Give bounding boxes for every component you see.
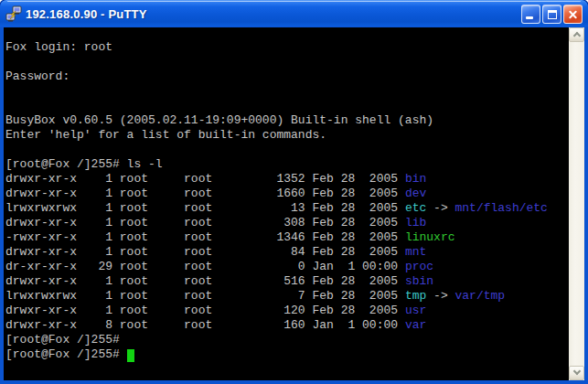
terminal-text-segment: lrwxrwxrwx 1 root root 7 Feb 28 2005 (5, 289, 405, 303)
terminal-text-segment: Fox login: root (5, 40, 112, 54)
terminal-text-segment: mnt (405, 245, 426, 259)
close-icon (564, 5, 582, 23)
terminal-text-segment: var/tmp (455, 289, 506, 303)
terminal-text-segment: -> (426, 201, 454, 215)
terminal-line: drwxr-xr-x 1 root root 1660 Feb 28 2005 … (5, 187, 569, 201)
terminal-text-segment: sbin (405, 274, 433, 288)
terminal-text-segment: tmp (405, 289, 426, 303)
terminal-line: drwxr-xr-x 1 root root 516 Feb 28 2005 s… (5, 274, 569, 289)
putty-window: 192.168.0.90 - PuTTY Fox login: root Pas… (0, 0, 588, 384)
scroll-up-button[interactable] (569, 27, 584, 42)
terminal-text-segment: Enter 'help' for a list of built-in comm… (5, 128, 326, 142)
terminal-line: dr-xr-xr-x 29 root root 0 Jan 1 00:00 pr… (5, 260, 569, 274)
terminal-text-segment: drwxr-xr-x 1 root root 308 Feb 28 2005 (5, 216, 405, 229)
window-controls (521, 5, 583, 24)
terminal-text-segment: usr (405, 304, 426, 317)
terminal-text-segment: proc (405, 260, 433, 273)
terminal-area: Fox login: root Password: BusyBox v0.60.… (4, 27, 584, 380)
terminal-line: lrwxrwxrwx 1 root root 13 Feb 28 2005 et… (5, 201, 569, 216)
terminal-line: [root@Fox /]255# (5, 333, 569, 347)
terminal-line (5, 99, 569, 113)
putty-app-icon[interactable] (5, 5, 22, 22)
terminal-text-segment: drwxr-xr-x 1 root root 516 Feb 28 2005 (5, 274, 405, 288)
putty-terminal-icon (5, 5, 22, 22)
terminal-text-segment: mnt/flash/etc (455, 201, 548, 215)
terminal-line: -rwxr-xr-x 1 root root 1346 Feb 28 2005 … (5, 230, 569, 245)
terminal-line: Fox login: root (5, 40, 569, 55)
terminal-line: [root@Fox /]255# ls -l (5, 157, 569, 172)
terminal-text-segment: [root@Fox /]255# (5, 333, 120, 347)
terminal-text-segment: drwxr-xr-x 1 root root 1660 Feb 28 2005 (5, 187, 405, 200)
terminal-line: drwxr-xr-x 1 root root 308 Feb 28 2005 l… (5, 216, 569, 230)
titlebar[interactable]: 192.168.0.90 - PuTTY (0, 0, 588, 27)
terminal-text-segment: Password: (5, 69, 69, 83)
terminal-line: lrwxrwxrwx 1 root root 7 Feb 28 2005 tmp… (5, 289, 569, 304)
scroll-down-button[interactable] (569, 366, 584, 380)
maximize-button[interactable] (542, 5, 561, 24)
minimize-button[interactable] (521, 5, 540, 24)
terminal-line (5, 55, 569, 69)
terminal-line: drwxr-xr-x 8 root root 160 Jan 1 00:00 v… (5, 318, 569, 333)
terminal-line: Enter 'help' for a list of built-in comm… (5, 128, 569, 143)
terminal-text-segment: BusyBox v0.60.5 (2005.02.11-19:09+0000) … (5, 113, 433, 127)
terminal-text-segment: [root@Fox /]255# ls -l (5, 157, 163, 171)
terminal-line: BusyBox v0.60.5 (2005.02.11-19:09+0000) … (5, 113, 569, 128)
terminal-cursor (127, 349, 134, 362)
chevron-up-icon (572, 32, 580, 39)
scrollbar-track[interactable] (569, 42, 584, 366)
terminal-text-segment: -> (426, 289, 454, 303)
maximize-icon (548, 10, 557, 19)
terminal-text-segment: lib (405, 216, 426, 229)
terminal-line: drwxr-xr-x 1 root root 120 Feb 28 2005 u… (5, 304, 569, 318)
terminal-text-segment: dev (405, 187, 426, 200)
scrollbar[interactable] (569, 27, 584, 380)
terminal-text-segment: dr-xr-xr-x 29 root root 0 Jan 1 00:00 (5, 260, 405, 273)
chevron-down-icon (572, 368, 580, 375)
terminal-line: Password: (5, 69, 569, 84)
terminal-text-segment: var (405, 318, 426, 332)
terminal-text-segment: linuxrc (405, 230, 455, 244)
terminal-text-segment: -rwxr-xr-x 1 root root 1346 Feb 28 2005 (5, 230, 405, 244)
terminal-text-segment: bin (405, 172, 426, 186)
terminal-text-segment: drwxr-xr-x 1 root root 1352 Feb 28 2005 (5, 172, 405, 186)
terminal-line: [root@Fox /]255# (5, 347, 569, 362)
terminal-line (5, 84, 569, 99)
terminal-line: drwxr-xr-x 1 root root 1352 Feb 28 2005 … (5, 172, 569, 187)
window-title: 192.168.0.90 - PuTTY (26, 7, 521, 21)
terminal-text-segment: drwxr-xr-x 1 root root 84 Feb 28 2005 (5, 245, 405, 259)
close-button[interactable] (563, 5, 583, 24)
terminal-text-segment: drwxr-xr-x 8 root root 160 Jan 1 00:00 (5, 318, 405, 332)
terminal-text-segment: [root@Fox /]255# (5, 347, 127, 361)
terminal-text-segment: drwxr-xr-x 1 root root 120 Feb 28 2005 (5, 304, 405, 317)
terminal-screen[interactable]: Fox login: root Password: BusyBox v0.60.… (4, 27, 569, 380)
terminal-line: drwxr-xr-x 1 root root 84 Feb 28 2005 mn… (5, 245, 569, 260)
minimize-icon (526, 16, 533, 19)
terminal-line (5, 143, 569, 157)
terminal-text-segment: etc (405, 201, 426, 215)
terminal-text-segment: lrwxrwxrwx 1 root root 13 Feb 28 2005 (5, 201, 405, 215)
